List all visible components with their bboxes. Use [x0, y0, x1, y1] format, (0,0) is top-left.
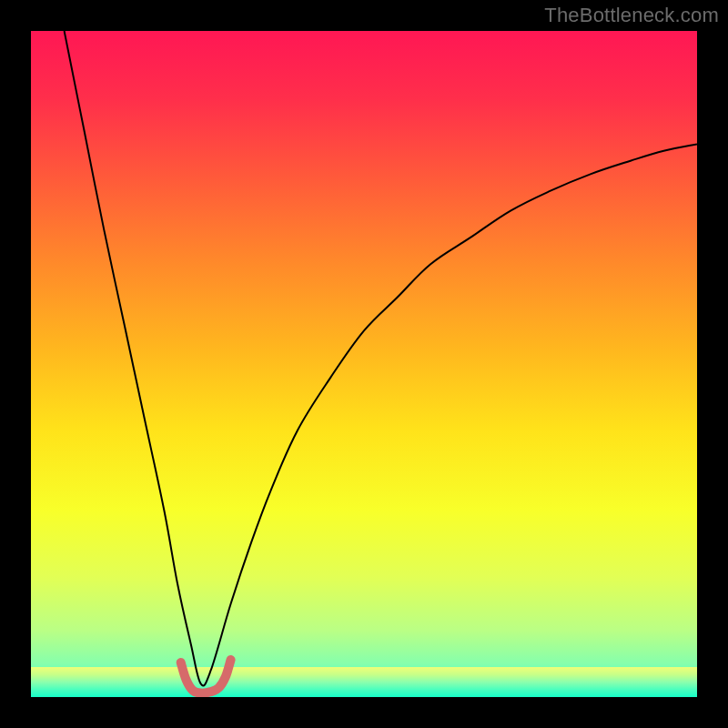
bottleneck-chart [31, 31, 697, 697]
green-band [31, 667, 697, 697]
gradient-background [31, 31, 697, 697]
chart-frame: TheBottleneck.com [0, 0, 728, 728]
plot-area [31, 31, 697, 697]
watermark-text: TheBottleneck.com [544, 4, 719, 27]
